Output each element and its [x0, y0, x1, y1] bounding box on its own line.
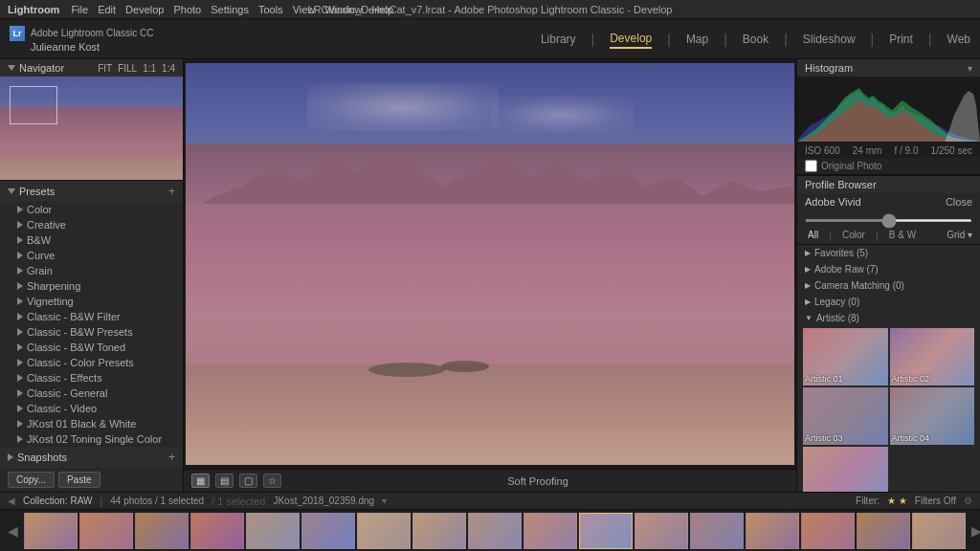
preset-color[interactable]: Color	[0, 202, 183, 217]
tab-web[interactable]: Web	[947, 31, 970, 48]
profile-amount-input[interactable]	[805, 219, 972, 222]
filmstrip-thumb-5[interactable]	[246, 513, 300, 549]
adobe-raw-expand-icon: ▶	[805, 265, 811, 274]
artistic-01-thumb[interactable]: Artistic 01	[803, 328, 888, 386]
grid-view-btn[interactable]: ▦	[191, 474, 210, 488]
section-favorites[interactable]: ▶ Favorites (5)	[797, 245, 980, 261]
nav-tabs: Library | Develop | Map | Book | Slidesh…	[541, 30, 970, 49]
navigator-header[interactable]: Navigator FIT FILL 1:1 1:4	[0, 59, 183, 77]
filmstrip-scroll[interactable]: ◀ ▶	[0, 510, 980, 551]
tab-map[interactable]: Map	[686, 31, 708, 48]
preset-classic-effects[interactable]: Classic - Effects	[0, 370, 183, 386]
filmstrip-thumb-10[interactable]	[523, 513, 577, 549]
filmstrip-thumb-2[interactable]	[79, 513, 133, 549]
filmstrip-thumb-12[interactable]	[690, 513, 744, 549]
menu-photo[interactable]: Photo	[173, 4, 201, 15]
tab-slideshow[interactable]: Slideshow	[803, 31, 856, 48]
preset-jkost-bw[interactable]: JKost 01 Black & White	[0, 416, 183, 431]
artistic-04-thumb[interactable]: Artistic 04	[890, 387, 975, 445]
artistic-03-thumb[interactable]: Artistic 03	[803, 387, 888, 445]
copy-button[interactable]: Copy...	[8, 472, 55, 488]
preset-bw[interactable]: B&W	[0, 232, 183, 248]
legacy-expand-icon: ▶	[805, 298, 811, 306]
tab-library[interactable]: Library	[541, 31, 576, 48]
histogram-header[interactable]: Histogram ▾	[797, 59, 980, 77]
zoom-fill[interactable]: FILL	[118, 63, 137, 74]
snapshots-header[interactable]: Snapshots +	[0, 447, 183, 468]
filter-tab-bw[interactable]: B & W	[886, 229, 919, 241]
original-photo-checkbox-label[interactable]: Original Photo	[805, 160, 972, 172]
menu-edit[interactable]: Edit	[98, 4, 116, 15]
presets-header[interactable]: Presets +	[0, 181, 183, 202]
preset-grain[interactable]: Grain	[0, 263, 183, 278]
preset-classic-general[interactable]: Classic - General	[0, 386, 183, 401]
artistic-02-thumb[interactable]: Artistic 02	[890, 328, 975, 386]
filmstrip-thumb-selected[interactable]	[579, 513, 633, 549]
add-snapshot-icon[interactable]: +	[168, 451, 175, 464]
filmstrip-prev-icon[interactable]: ◀	[4, 523, 22, 539]
filmstrip-thumb-3[interactable]	[135, 513, 189, 549]
filmstrip-next-icon[interactable]: ▶	[968, 523, 980, 539]
camera-matching-expand-icon: ▶	[805, 281, 811, 290]
preset-sharpening[interactable]: Sharpening	[0, 278, 183, 294]
survey-view-btn[interactable]: ☆	[263, 474, 281, 488]
menu-file[interactable]: File	[71, 4, 88, 15]
add-preset-icon[interactable]: +	[168, 185, 175, 198]
filmstrip-thumb-15[interactable]	[857, 513, 910, 549]
menu-settings[interactable]: Settings	[211, 4, 249, 15]
section-legacy[interactable]: ▶ Legacy (0)	[797, 294, 980, 310]
section-artistic[interactable]: ▼ Artistic (8)	[797, 310, 980, 326]
filmstrip-thumb-1[interactable]	[24, 513, 78, 549]
filmstrip-thumb-6[interactable]	[301, 513, 355, 549]
loupe-view-btn[interactable]: ▤	[215, 474, 234, 488]
filmstrip-thumb-13[interactable]	[746, 513, 799, 549]
filmstrip-thumb-9[interactable]	[468, 513, 522, 549]
preset-classic-video[interactable]: Classic - Video	[0, 401, 183, 416]
zoom-1to4[interactable]: 1:4	[162, 63, 175, 74]
preset-curve[interactable]: Curve	[0, 248, 183, 263]
preset-classic-bwfilter[interactable]: Classic - B&W Filter	[0, 309, 183, 324]
snapshots-expand-icon	[8, 453, 13, 461]
filmstrip-thumb-11[interactable]	[635, 513, 688, 549]
original-photo-checkbox[interactable]	[805, 160, 817, 172]
paste-button[interactable]: Paste	[58, 472, 100, 488]
preset-classic-colorpresets[interactable]: Classic - Color Presets	[0, 355, 183, 370]
filter-sep-1: |	[829, 230, 832, 241]
compare-view-btn[interactable]: ▢	[239, 474, 257, 488]
preset-creative[interactable]: Creative	[0, 217, 183, 232]
zoom-fit[interactable]: FIT	[98, 63, 112, 74]
artistic-05-thumb[interactable]	[803, 447, 888, 492]
tab-develop[interactable]: Develop	[610, 30, 652, 49]
top-menu-bar: Lightroom File Edit Develop Photo Settin…	[0, 0, 980, 19]
navigator-image	[0, 77, 183, 180]
preset-classic-bwtoned[interactable]: Classic - B&W Toned	[0, 340, 183, 355]
filter-grid-button[interactable]: Grid ▾	[947, 230, 972, 240]
section-adobe-raw[interactable]: ▶ Adobe Raw (7)	[797, 261, 980, 277]
settings-icon[interactable]: ⚙	[964, 496, 972, 506]
preset-jkost-02[interactable]: JKost 02 Toning Single Color	[0, 431, 183, 447]
filter-tab-color[interactable]: Color	[839, 229, 868, 241]
histogram-section: Histogram ▾	[797, 59, 980, 176]
filmstrip-thumb-16[interactable]	[912, 513, 966, 549]
filmstrip-thumb-7[interactable]	[357, 513, 411, 549]
filmstrip-thumb-8[interactable]	[412, 513, 466, 549]
profile-close-btn[interactable]: Close	[946, 196, 972, 208]
zoom-1to1[interactable]: 1:1	[143, 63, 156, 74]
preset-classic-bwpresets[interactable]: Classic - B&W Presets	[0, 324, 183, 340]
tab-print[interactable]: Print	[889, 31, 913, 48]
menu-tools[interactable]: Tools	[258, 4, 283, 15]
section-camera-matching[interactable]: ▶ Camera Matching (0)	[797, 277, 980, 294]
menu-develop[interactable]: Develop	[125, 4, 164, 15]
preset-vignetting[interactable]: Vignetting	[0, 294, 183, 309]
navigator-thumbnail	[0, 77, 183, 180]
filter-tab-all[interactable]: All	[805, 229, 821, 241]
filmstrip-thumb-4[interactable]	[190, 513, 244, 549]
left-panel-toggle[interactable]: ◀	[8, 496, 15, 506]
artistic-04-label: Artistic 04	[892, 433, 930, 443]
dropdown-arrow[interactable]: ▾	[382, 496, 387, 506]
histogram-menu-icon[interactable]: ▾	[968, 63, 972, 74]
presets-panel: Presets + Color Creative B&W	[0, 181, 183, 447]
profile-browser-header[interactable]: Profile Browser	[797, 176, 980, 193]
tab-book[interactable]: Book	[743, 31, 768, 48]
filmstrip-thumb-14[interactable]	[801, 513, 855, 549]
